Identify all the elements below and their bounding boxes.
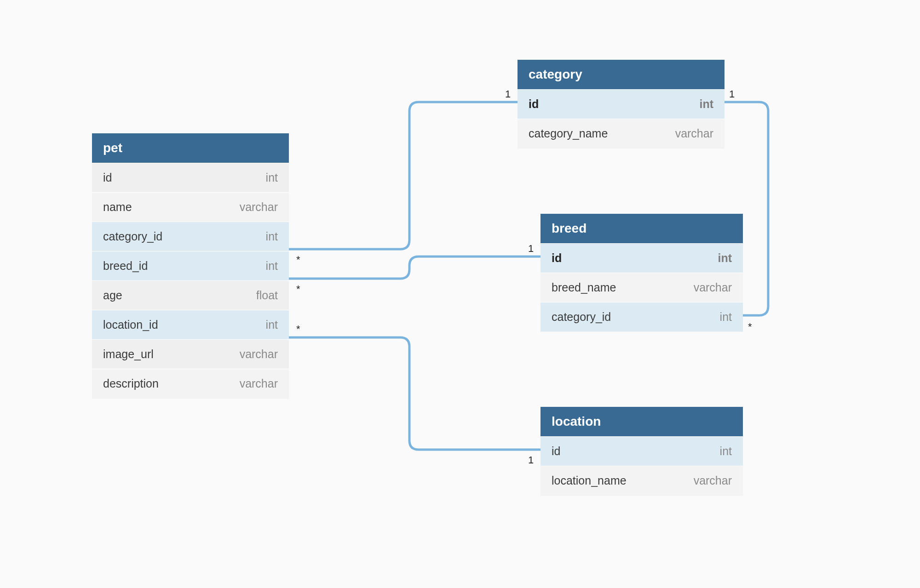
table-location: location id int location_name varchar — [540, 407, 743, 495]
column-type: int — [266, 259, 278, 273]
column-pet-age: age float — [92, 280, 289, 310]
column-location-id: id int — [540, 436, 743, 466]
column-name: category_name — [529, 127, 608, 140]
column-category-name: category_name varchar — [518, 119, 724, 148]
table-breed-header: breed — [540, 214, 743, 243]
cardinality-pet-breed-many: * — [296, 283, 300, 295]
cardinality-category-one-left: 1 — [505, 88, 511, 100]
column-type: int — [718, 251, 732, 265]
table-category-header: category — [518, 60, 724, 89]
column-pet-breed-id: breed_id int — [92, 251, 289, 280]
column-location-name: location_name varchar — [540, 466, 743, 495]
column-pet-id: id int — [92, 163, 289, 192]
column-name: location_name — [552, 474, 627, 487]
column-type: varchar — [694, 281, 732, 294]
table-location-header: location — [540, 407, 743, 436]
column-name: id — [552, 251, 562, 265]
column-name: breed_id — [103, 259, 148, 273]
cardinality-category-one-right: 1 — [729, 88, 735, 100]
column-breed-category-id: category_id int — [540, 302, 743, 331]
table-category: category id int category_name varchar — [518, 60, 724, 148]
cardinality-pet-category-many: * — [296, 254, 300, 266]
column-pet-name: name varchar — [92, 192, 289, 222]
cardinality-breed-category-many: * — [748, 321, 752, 333]
column-breed-id: id int — [540, 243, 743, 273]
column-category-id: id int — [518, 89, 724, 119]
table-pet: pet id int name varchar category_id int … — [92, 133, 289, 398]
column-type: varchar — [240, 348, 278, 361]
column-type: varchar — [675, 127, 713, 140]
column-type: varchar — [240, 377, 278, 390]
column-type: varchar — [240, 200, 278, 214]
column-name: name — [103, 200, 132, 214]
column-name: category_id — [103, 230, 162, 243]
column-name: category_id — [552, 310, 611, 324]
column-pet-image-url: image_url varchar — [92, 339, 289, 369]
table-pet-header: pet — [92, 133, 289, 163]
column-name: id — [552, 445, 560, 458]
column-name: breed_name — [552, 281, 616, 294]
column-name: id — [529, 97, 539, 111]
column-type: int — [266, 171, 278, 184]
column-type: int — [720, 445, 732, 458]
column-type: varchar — [694, 474, 732, 487]
column-name: id — [103, 171, 112, 184]
cardinality-location-one: 1 — [528, 454, 534, 466]
column-name: description — [103, 377, 159, 390]
cardinality-breed-one: 1 — [528, 243, 534, 255]
column-name: image_url — [103, 348, 154, 361]
cardinality-pet-location-many: * — [296, 323, 300, 335]
table-breed: breed id int breed_name varchar category… — [540, 214, 743, 331]
column-pet-category-id: category_id int — [92, 222, 289, 251]
column-pet-description: description varchar — [92, 369, 289, 398]
column-type: int — [699, 97, 713, 111]
column-type: float — [256, 289, 278, 302]
column-type: int — [720, 310, 732, 324]
column-type: int — [266, 318, 278, 331]
column-name: location_id — [103, 318, 158, 331]
column-pet-location-id: location_id int — [92, 310, 289, 339]
column-breed-name: breed_name varchar — [540, 273, 743, 302]
column-name: age — [103, 289, 122, 302]
column-type: int — [266, 230, 278, 243]
